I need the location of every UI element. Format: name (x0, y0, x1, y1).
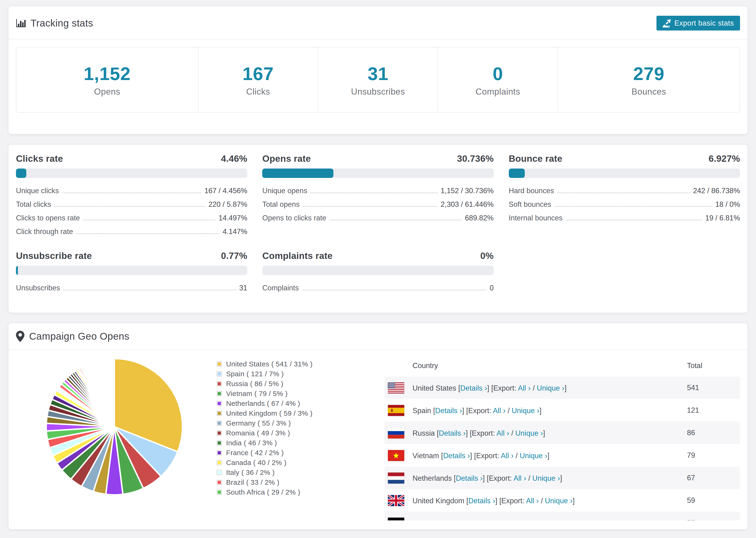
export-unique-link-germany[interactable]: Unique › (523, 519, 551, 521)
geo-total-cell: 67 (687, 474, 740, 482)
complaints-rate-title: Complaints rate (262, 249, 333, 262)
country-name: Spain (412, 406, 431, 415)
export-icon (663, 19, 671, 27)
country-name: United States (412, 384, 456, 392)
opens-rate-progress-bar (262, 169, 494, 178)
legend-color-swatch (217, 440, 222, 446)
legend-label: Brazil ( 33 / 2% ) (226, 478, 279, 486)
geo-row-netherlands: Netherlands [Details ›] [Export: All › /… (385, 467, 740, 489)
export-unique-link-united-states[interactable]: Unique › (537, 384, 565, 392)
legend-color-swatch (217, 470, 222, 475)
rate-row-label: Hard bounces (509, 187, 554, 195)
rate-row-clicks-to-opens-rate: Clicks to opens rate14.497% (16, 211, 247, 225)
geo-row-united-kingdom: United Kingdom [Details ›] [Export: All … (385, 489, 740, 512)
details-link-spain[interactable]: Details › (435, 406, 462, 415)
export-all-link-united-kingdom[interactable]: All › (526, 497, 539, 505)
bounce-rate-title-row: Bounce rate6.927% (509, 152, 740, 165)
flag-icon-us (388, 382, 404, 394)
details-link-netherlands[interactable]: Details › (456, 474, 483, 482)
complaints-rate-rows: Complaints0 (262, 281, 494, 295)
dotted-leader (311, 192, 437, 193)
details-link-germany[interactable]: Details › (447, 519, 473, 521)
dotted-leader (83, 220, 215, 220)
export-all-link-spain[interactable]: All › (493, 406, 506, 415)
geo-table-header: Country Total (385, 355, 740, 377)
rate-row-total-clicks: Total clicks220 / 5.87% (16, 198, 247, 211)
details-link-united-kingdom[interactable]: Details › (468, 497, 495, 505)
geo-header-country: Country (385, 361, 687, 370)
rate-row-value: 31 (239, 284, 247, 292)
stat-value: 279 (633, 63, 665, 84)
export-unique-link-united-kingdom[interactable]: Unique › (545, 497, 573, 505)
legend-label: Romania ( 49 / 3% ) (226, 429, 290, 437)
export-all-link-russia[interactable]: All › (497, 429, 509, 437)
clicks-rate-title: Clicks rate (16, 152, 63, 165)
clicks-rate-progress-fill (16, 169, 26, 178)
geo-opens-pie-chart[interactable] (45, 357, 184, 496)
bounce-rate-block: Bounce rate6.927%Hard bounces242 / 86.73… (509, 152, 740, 249)
legend-item-brazil: Brazil ( 33 / 2% ) (217, 477, 312, 487)
export-unique-link-vietnam[interactable]: Unique › (519, 452, 547, 460)
geo-opens-legend: United States ( 541 / 31% )Spain ( 121 /… (217, 359, 312, 497)
geo-opens-header: Campaign Geo Opens (9, 323, 747, 350)
export-basic-stats-button[interactable]: Export basic stats (657, 16, 740, 30)
rate-row-value: 18 / 0% (715, 200, 740, 209)
geo-total-cell: 121 (687, 406, 740, 414)
geo-country-cell: Spain [Details ›] [Export: All › / Uniqu… (412, 406, 687, 415)
rates-grid: Clicks rate4.46%Unique clicks167 / 4.456… (16, 152, 740, 295)
export-unique-link-spain[interactable]: Unique › (512, 406, 539, 415)
rate-row-value: 2,303 / 61.446% (441, 200, 494, 209)
export-all-link-united-states[interactable]: All › (518, 384, 531, 392)
rates-column-2: Opens rate30.736%Unique opens1,152 / 30.… (262, 152, 494, 295)
legend-label: Germany ( 55 / 3% ) (226, 419, 291, 427)
rate-row-value: 4.147% (223, 228, 247, 236)
complaints-rate-block: Complaints rate0%Complaints0 (262, 249, 494, 295)
opens-rate-block: Opens rate30.736%Unique opens1,152 / 30.… (262, 152, 494, 249)
unsubscribe-rate-title: Unsubscribe rate (16, 249, 92, 262)
chevron-right-icon: › (557, 473, 560, 482)
geo-total-cell: 541 (687, 384, 740, 392)
legend-label: Russia ( 86 / 5% ) (226, 380, 283, 388)
legend-color-swatch (217, 411, 222, 416)
export-unique-link-netherlands[interactable]: Unique › (532, 474, 560, 482)
stat-cell-clicks: 167Clicks (198, 47, 318, 112)
chevron-right-icon: › (514, 518, 517, 521)
details-link-united-states[interactable]: Details › (460, 384, 487, 392)
unsubscribe-rate-block: Unsubscribe rate0.77%Unsubscribes31 (16, 249, 247, 295)
export-all-link-netherlands[interactable]: All › (513, 474, 526, 482)
rate-row-label: Unique clicks (16, 187, 59, 195)
rate-row-value: 689.82% (465, 214, 494, 222)
rate-row-unique-clicks: Unique clicks167 / 4.456% (16, 184, 247, 198)
geo-country-cell: United States [Details ›] [Export: All ›… (412, 383, 687, 393)
geo-table-container[interactable]: Country Total United States [Details ›] … (385, 355, 740, 520)
rate-row-internal-bounces: Internal bounces19 / 6.81% (509, 211, 740, 225)
legend-item-vietnam: Vietnam ( 79 / 5% ) (217, 389, 312, 399)
legend-item-romania: Romania ( 49 / 3% ) (217, 428, 312, 438)
flag-icon-vn (388, 450, 404, 461)
rate-row-label: Unique opens (262, 187, 307, 195)
details-link-russia[interactable]: Details › (439, 429, 466, 437)
legend-item-russia: Russia ( 86 / 5% ) (217, 379, 312, 389)
legend-label: United States ( 541 / 31% ) (226, 360, 312, 368)
legend-item-italy: Italy ( 36 / 2% ) (217, 467, 312, 477)
export-unique-link-russia[interactable]: Unique › (515, 429, 543, 437)
dotted-leader (63, 290, 236, 290)
tracking-stats-title-text: Tracking stats (30, 18, 93, 29)
rate-row-label: Opens to clicks rate (262, 214, 326, 222)
legend-label: France ( 42 / 2% ) (226, 449, 284, 457)
legend-item-india: India ( 46 / 3% ) (217, 438, 312, 448)
legend-color-swatch (217, 371, 222, 377)
details-link-vietnam[interactable]: Details › (443, 452, 470, 460)
legend-color-swatch (217, 401, 222, 406)
legend-label: Netherlands ( 67 / 4% ) (226, 400, 300, 407)
clicks-rate-progress-bar (16, 169, 247, 178)
export-all-link-germany[interactable]: All › (504, 519, 517, 521)
stat-label: Bounces (631, 87, 666, 97)
country-name: Germany (412, 519, 442, 521)
complaints-rate-title-row: Complaints rate0% (262, 249, 494, 262)
legend-color-swatch (217, 460, 222, 465)
export-all-link-vietnam[interactable]: All › (501, 452, 513, 460)
bar-chart-icon (16, 19, 26, 28)
tracking-stats-header: Tracking stats Export basic stats (9, 6, 747, 39)
chevron-right-icon: › (523, 473, 526, 482)
